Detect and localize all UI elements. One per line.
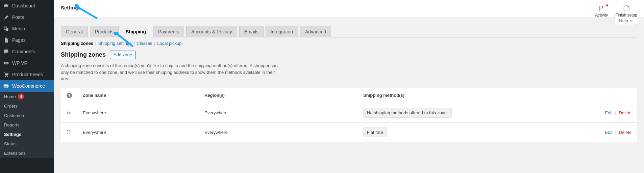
sidebar-sub-label: Orders bbox=[4, 104, 18, 109]
svg-point-15 bbox=[70, 130, 71, 131]
progress-circle-icon bbox=[615, 5, 637, 12]
svg-point-4 bbox=[7, 76, 8, 77]
cell-shipping-method: Flat rate bbox=[363, 127, 387, 137]
svg-point-12 bbox=[68, 113, 69, 114]
tab-integration[interactable]: Integration bbox=[266, 26, 298, 37]
sidebar-sub-extensions[interactable]: Extensions bbox=[0, 148, 54, 158]
pin-icon bbox=[3, 14, 9, 20]
svg-point-1 bbox=[5, 62, 6, 64]
wpvr-icon bbox=[3, 60, 9, 66]
sidebar-item-wpvr[interactable]: WP VR bbox=[0, 57, 54, 69]
svg-point-10 bbox=[68, 112, 69, 113]
help-tab[interactable]: Help bbox=[615, 17, 637, 25]
svg-rect-0 bbox=[4, 62, 8, 64]
svg-point-13 bbox=[70, 113, 71, 114]
sidebar-item-label: Product Feeds bbox=[12, 72, 43, 77]
subnav-shipping-settings[interactable]: Shipping settings bbox=[98, 41, 132, 46]
woocommerce-icon: woo bbox=[3, 83, 9, 89]
cell-zone-name[interactable]: Everywhere bbox=[77, 122, 199, 142]
sidebar-sub-label: Extensions bbox=[4, 151, 26, 156]
pages-icon bbox=[3, 37, 9, 43]
activity-button[interactable]: Activity bbox=[595, 5, 608, 18]
drag-handle-icon[interactable] bbox=[67, 130, 71, 135]
sidebar-item-label: WP VR bbox=[12, 60, 28, 66]
svg-text:woo: woo bbox=[4, 85, 8, 87]
sidebar-item-pages[interactable]: Pages bbox=[0, 34, 54, 46]
sidebar-item-comments[interactable]: Comments bbox=[0, 46, 54, 57]
top-actions: Activity Finish setup bbox=[595, 5, 637, 18]
add-zone-button[interactable]: Add zone bbox=[110, 51, 136, 59]
section-heading: Shipping zones bbox=[61, 51, 106, 58]
svg-point-3 bbox=[5, 76, 6, 77]
shipping-zones-table: ? Zone name Region(s) Shipping method(s)… bbox=[61, 88, 637, 142]
tab-accounts-privacy[interactable]: Accounts & Privacy bbox=[186, 26, 237, 37]
tab-shipping[interactable]: Shipping bbox=[121, 26, 151, 37]
sidebar-sub-orders[interactable]: Orders bbox=[0, 101, 54, 111]
sidebar-item-posts[interactable]: Posts bbox=[0, 11, 54, 23]
tab-general[interactable]: General bbox=[61, 26, 88, 37]
settings-tabs: General Products Shipping Payments Accou… bbox=[61, 26, 637, 37]
tab-payments[interactable]: Payments bbox=[153, 26, 184, 37]
tab-emails[interactable]: Emails bbox=[239, 26, 264, 37]
dashboard-icon bbox=[3, 3, 9, 9]
cell-shipping-method: No shipping methods offered to this zone… bbox=[363, 108, 452, 118]
cell-region: Everywhere bbox=[199, 122, 358, 142]
sidebar-item-product-feeds[interactable]: Product Feeds bbox=[0, 69, 54, 80]
comment-icon bbox=[3, 49, 9, 55]
media-icon bbox=[3, 26, 9, 32]
sidebar-item-label: Pages bbox=[12, 37, 26, 43]
help-label: Help bbox=[619, 18, 628, 23]
sidebar-sub-label: Customers bbox=[4, 113, 25, 118]
sidebar-item-media[interactable]: Media bbox=[0, 23, 54, 34]
edit-link[interactable]: Edit bbox=[605, 130, 612, 135]
sidebar-sub-reports[interactable]: Reports bbox=[0, 120, 54, 129]
sidebar-sub-label: Status bbox=[4, 141, 17, 146]
tab-advanced[interactable]: Advanced bbox=[300, 26, 331, 37]
sidebar-sub-label: Home bbox=[4, 94, 16, 99]
svg-point-19 bbox=[70, 133, 71, 134]
svg-point-14 bbox=[68, 130, 69, 131]
subnav-shipping-zones[interactable]: Shipping zones bbox=[61, 41, 93, 46]
svg-point-2 bbox=[6, 62, 8, 64]
svg-point-8 bbox=[68, 110, 69, 111]
help-icon[interactable]: ? bbox=[67, 93, 72, 98]
page-title: Settings bbox=[61, 5, 81, 10]
edit-link[interactable]: Edit bbox=[605, 110, 612, 115]
count-badge: 4 bbox=[18, 93, 24, 99]
sidebar-sub-home[interactable]: Home 4 bbox=[0, 92, 54, 101]
tab-products[interactable]: Products bbox=[90, 26, 119, 37]
sidebar-item-dashboard[interactable]: Dashboard bbox=[0, 0, 54, 11]
svg-point-18 bbox=[68, 133, 69, 134]
subnav-local-pickup[interactable]: Local pickup bbox=[157, 41, 181, 46]
th-shipping-method: Shipping method(s) bbox=[358, 88, 590, 103]
finish-setup-button[interactable]: Finish setup bbox=[615, 5, 637, 18]
table-row: Everywhere Everywhere Flat rate Edit | D… bbox=[61, 122, 637, 142]
cell-region: Everywhere bbox=[199, 103, 358, 122]
sidebar-item-label: Media bbox=[12, 26, 25, 31]
th-region: Region(s) bbox=[199, 88, 358, 103]
sidebar-sub-customers[interactable]: Customers bbox=[0, 111, 54, 120]
svg-point-17 bbox=[70, 131, 71, 132]
cart-icon bbox=[3, 71, 9, 78]
sidebar-item-label: Posts bbox=[12, 15, 24, 20]
table-row: Everywhere Everywhere No shipping method… bbox=[61, 103, 637, 122]
delete-link[interactable]: Delete bbox=[619, 130, 631, 135]
alert-dot-icon bbox=[606, 4, 608, 6]
svg-point-11 bbox=[70, 112, 71, 113]
sidebar-sub-settings[interactable]: Settings bbox=[0, 129, 54, 139]
svg-point-16 bbox=[68, 131, 69, 132]
drag-handle-icon[interactable] bbox=[67, 111, 71, 116]
admin-sidebar: Dashboard Posts Media Pages Comments WP … bbox=[0, 0, 54, 173]
sidebar-item-label: Comments bbox=[12, 49, 35, 54]
sidebar-sub-status[interactable]: Status bbox=[0, 139, 54, 148]
sidebar-sub-label: Settings bbox=[4, 132, 21, 137]
sidebar-item-label: Dashboard bbox=[12, 3, 35, 8]
chevron-down-icon bbox=[629, 18, 633, 23]
content-area: Help General Products Shipping Payments … bbox=[54, 17, 644, 173]
subnav-classes[interactable]: Classes bbox=[137, 41, 152, 46]
sidebar-item-woocommerce[interactable]: woo WooCommerce bbox=[0, 80, 54, 92]
cell-zone-name[interactable]: Everywhere bbox=[77, 103, 199, 122]
delete-link[interactable]: Delete bbox=[619, 110, 631, 115]
svg-point-9 bbox=[70, 110, 71, 111]
section-description: A shipping zone consists of the region(s… bbox=[61, 62, 284, 82]
